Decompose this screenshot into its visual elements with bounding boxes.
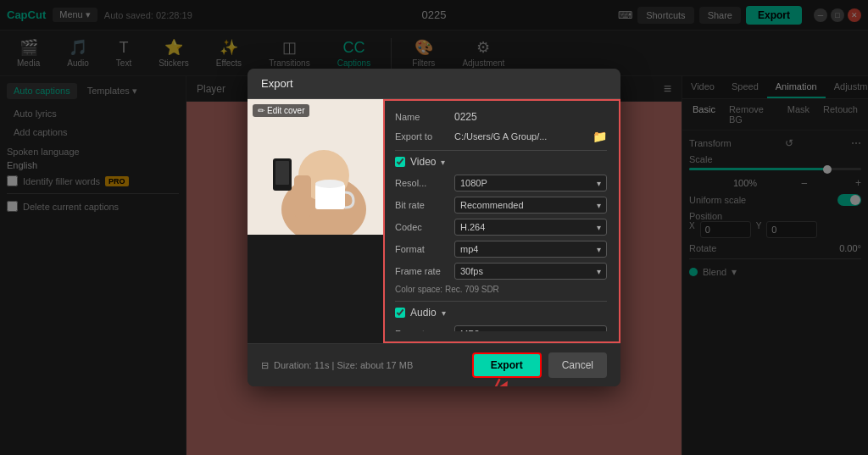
framerate-value: 30fps [460,266,483,276]
audio-format-row: Format MP3 ▾ [395,325,607,331]
browse-folder-button[interactable]: 📁 [593,130,607,143]
format-select[interactable]: mp4 ▾ [454,241,607,258]
name-row: Name [395,111,607,123]
resolution-value: 1080P [460,178,487,188]
svg-line-8 [483,379,499,386]
resolution-label: Resol... [395,178,454,188]
bitrate-row: Bit rate Recommended ▾ [395,197,607,214]
footer-info: ⊟ Duration: 11s | Size: about 17 MB [261,360,413,371]
codec-label: Codec [395,222,454,232]
export-path-value: C:/Users/G A Group/... [454,131,593,141]
dialog-title: Export [248,69,620,99]
bitrate-value: Recommended [460,200,524,210]
format-value: mp4 [460,244,478,254]
bitrate-label: Bit rate [395,200,454,210]
fields-scroll-area[interactable]: Name Export to C:/Users/G A Group/... 📁 … [395,111,609,331]
dialog-preview: ✏ Edit cover [248,99,383,343]
video-section-arrow[interactable]: ▾ [441,158,445,167]
format-label: Format [395,244,454,254]
export-to-row: Export to C:/Users/G A Group/... 📁 [395,130,607,143]
dialog-footer: ⊟ Duration: 11s | Size: about 17 MB Expo… [248,343,620,386]
codec-arrow: ▾ [597,223,601,232]
codec-select[interactable]: H.264 ▾ [454,219,607,236]
audio-section-checkbox[interactable] [395,308,405,318]
edit-cover-label: Edit cover [267,106,304,115]
preview-illustration [248,99,383,235]
codec-row: Codec H.264 ▾ [395,219,607,236]
framerate-label: Frame rate [395,266,454,276]
color-space-label: Color space: Rec. 709 SDR [395,285,607,294]
audio-format-select[interactable]: MP3 ▾ [454,325,607,331]
bitrate-arrow: ▾ [597,201,601,210]
svg-rect-5 [275,161,289,185]
dialog-divider-1 [395,150,607,151]
audio-format-value: MP3 [460,329,480,331]
dialog-fields: Name Export to C:/Users/G A Group/... 📁 … [383,99,620,343]
audio-format-arrow: ▾ [597,330,601,332]
audio-format-label: Format [395,329,454,331]
edit-cover-icon: ✏ [258,106,264,115]
resolution-select[interactable]: 1080P ▾ [454,175,607,191]
video-section-label: Video [410,156,436,168]
video-section-checkbox[interactable] [395,157,405,167]
export-dialog: Export [248,69,620,386]
name-input[interactable] [454,111,607,123]
framerate-arrow: ▾ [597,267,601,276]
svg-rect-3 [294,175,311,218]
duration-size-text: Duration: 11s | Size: about 17 MB [274,360,413,370]
dialog-body: ✏ Edit cover Name Export to C:/Us [248,99,620,343]
audio-section-label: Audio [410,307,437,319]
framerate-row: Frame rate 30fps ▾ [395,263,607,280]
video-section-header: Video ▾ [395,156,607,168]
codec-value: H.264 [460,222,485,232]
edit-cover-button[interactable]: ✏ Edit cover [253,104,309,117]
duration-icon: ⊟ [261,360,269,371]
bitrate-select[interactable]: Recommended ▾ [454,197,607,214]
svg-point-7 [315,180,344,188]
format-row: Format mp4 ▾ [395,241,607,258]
preview-image: ✏ Edit cover [248,99,383,235]
dialog-divider-2 [395,301,607,302]
framerate-select[interactable]: 30fps ▾ [454,263,607,280]
dialog-overlay: Export [0,0,868,455]
audio-section-header: Audio ▾ [395,307,607,319]
footer-buttons: Export Cancel [472,352,607,378]
resolution-row: Resol... 1080P ▾ [395,175,607,191]
audio-section-arrow[interactable]: ▾ [442,308,446,318]
cancel-button[interactable]: Cancel [548,352,607,378]
resolution-arrow: ▾ [597,179,601,188]
arrow-indicator [476,374,544,386]
name-label: Name [395,112,454,122]
export-to-label: Export to [395,131,454,141]
format-arrow: ▾ [597,245,601,254]
